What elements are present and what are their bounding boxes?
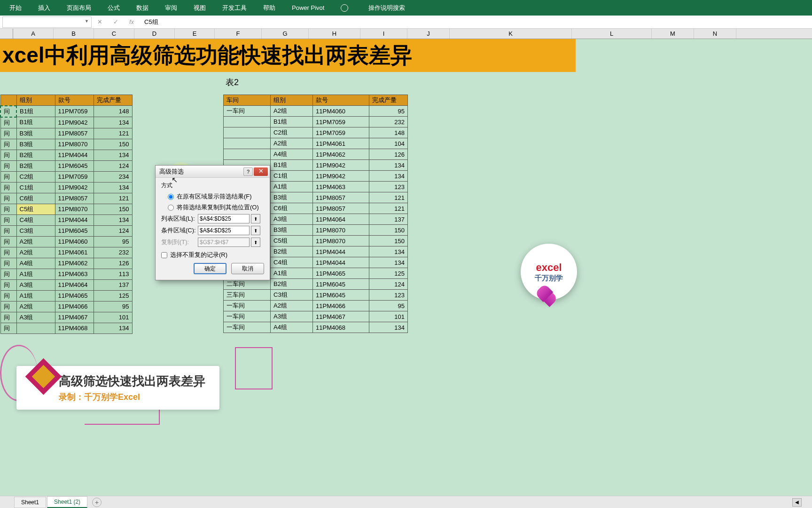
col-header-L[interactable]: L [572,29,652,39]
tab-layout[interactable]: 页面布局 [67,4,91,12]
table-row[interactable]: 间A3组11PM4067101 [0,312,132,323]
table-row[interactable]: 三车间C3组11PM6045123 [224,290,408,301]
radio-copy-other[interactable]: 将筛选结果复制到其他位置(O) [168,203,264,212]
table2-label: 表2 [226,77,239,88]
col-header-D[interactable]: D [134,29,175,39]
hex-logo-icon [28,357,61,394]
col-header-G[interactable]: G [262,29,309,39]
watermark-badge: excel 千万别学 [521,244,577,300]
table-row[interactable]: 间A2组11PM4061232 [0,247,132,258]
col-header-A[interactable]: A [13,29,54,39]
table-row[interactable]: 间B1组11PM9042134 [0,117,132,128]
table-row[interactable]: 间C5组11PM8070150 [0,204,132,214]
table-row[interactable]: 间A3组11PM4064137 [0,279,132,290]
copy-to-input [198,238,250,247]
table-row[interactable]: 间C4组11PM4044134 [0,214,132,225]
add-sheet-button[interactable]: + [92,498,102,507]
col-header-I[interactable]: I [360,29,407,39]
table-row[interactable]: 间A2组11PM406095 [0,236,132,247]
table-row[interactable]: 一车间A2组11PM406095 [224,106,408,117]
table-row[interactable]: 间B3组11PM8057121 [0,128,132,139]
video-overlay-card: 高级筛选快速找出两表差异 录制：千万别学Excel [16,366,219,410]
method-label: 方式 [161,182,264,190]
table-row[interactable]: 间A4组11PM4062126 [0,258,132,269]
table-row[interactable]: 间B2组11PM4044134 [0,150,132,160]
select-all-corner[interactable] [0,29,13,39]
table-row[interactable]: B1组11PM7059232 [224,117,408,127]
tab-home[interactable]: 开始 [9,4,22,12]
fx-icon[interactable]: fx [126,16,137,28]
title-banner: xcel中利用高级筛选功能快速找出两表差异 [0,39,576,72]
table2-header-row: 车间 组别 款号 完成产量 [224,95,408,106]
page-title: xcel中利用高级筛选功能快速找出两表差异 [2,41,412,70]
col-header-J[interactable]: J [407,29,450,39]
table-row[interactable]: 间A1组11PM4065125 [0,290,132,301]
col-header-N[interactable]: N [694,29,736,39]
table-row[interactable]: 间B3组11PM8070150 [0,139,132,150]
copy-to-picker: ⬆ [251,238,260,247]
close-button[interactable]: ✕ [254,167,268,176]
list-range-input[interactable] [198,214,250,223]
table-row[interactable]: 间B1组11PM7059148 [0,106,132,117]
col-header-E[interactable]: E [175,29,215,39]
table-row[interactable]: 间C3组11PM6045124 [0,225,132,236]
col-header-F[interactable]: F [215,29,262,39]
tab-powerpivot[interactable]: Power Pivot [292,4,324,11]
table-row[interactable]: C2组11PM7059148 [224,127,408,138]
sheet-tab-2[interactable]: Sheet1 (2) [47,496,87,508]
tab-data[interactable]: 数据 [136,4,148,12]
col-header-M[interactable]: M [652,29,694,39]
criteria-range-picker[interactable]: ⬆ [251,226,260,235]
heart-icon [539,288,558,307]
ok-button[interactable]: 确定 [194,263,226,274]
help-button[interactable]: ? [243,167,253,176]
table-row[interactable]: 间11PM4068134 [0,323,132,333]
cancel-icon[interactable]: ✕ [94,16,105,28]
scroll-right-button[interactable]: ◀ [792,498,802,507]
sheet-tabs: Sheet1 Sheet1 (2) + ◀ [0,496,812,508]
table-row[interactable]: A2组11PM4061104 [224,138,408,149]
advanced-filter-dialog: 高级筛选 ? ✕ 方式 在原有区域显示筛选结果(F) 将筛选结果复制到其他位置(… [155,165,270,280]
tab-dev[interactable]: 开发工具 [222,4,247,12]
table-row[interactable]: 一车间A3组11PM4067101 [224,311,408,322]
col-header-K[interactable]: K [450,29,572,39]
table-row[interactable]: 间C6组11PM8057121 [0,193,132,204]
table-row[interactable]: 间A2组11PM406695 [0,301,132,312]
table-row[interactable]: A4组11PM4062126 [224,149,408,160]
radio-filter-inplace[interactable]: 在原有区域显示筛选结果(F) [168,192,264,201]
table-row[interactable]: 间C1组11PM9042134 [0,182,132,193]
dialog-titlebar[interactable]: 高级筛选 ? ✕ [156,166,270,178]
tab-help[interactable]: 帮助 [263,4,275,12]
col-header-C[interactable]: C [94,29,134,39]
formula-bar: ✕ ✓ fx C5组 [0,16,812,29]
col-header-B[interactable]: B [54,29,94,39]
lightbulb-icon [341,4,348,12]
tab-insert[interactable]: 插入 [38,4,50,12]
criteria-range-label: 条件区域(C): [161,226,198,235]
enter-icon[interactable]: ✓ [110,16,121,28]
list-range-picker[interactable]: ⬆ [251,214,260,223]
table1[interactable]: 组别 款号 完成产量 间B1组11PM7059148间B1组11PM904213… [0,95,133,334]
cancel-button[interactable]: 取消 [231,263,264,274]
table1-header-row: 组别 款号 完成产量 [0,95,132,106]
tab-formulas[interactable]: 公式 [108,4,120,12]
tab-view[interactable]: 视图 [194,4,206,12]
table-row[interactable]: 一车间A2组11PM406695 [224,301,408,311]
formula-input[interactable]: C5组 [140,16,812,28]
tab-review[interactable]: 审阅 [165,4,177,12]
sheet-tab-1[interactable]: Sheet1 [14,497,46,508]
col-header-H[interactable]: H [309,29,360,39]
table-row[interactable]: 间B2组11PM6045124 [0,160,132,171]
criteria-range-input[interactable] [198,226,250,235]
name-box[interactable] [2,16,92,28]
tell-me-search[interactable]: 操作说明搜索 [341,4,422,12]
column-headers: ABCDEFGHIJKLMN [0,29,812,39]
ribbon: 开始 插入 页面布局 公式 数据 审阅 视图 开发工具 帮助 Power Piv… [0,0,812,16]
table-row[interactable]: 一车间A4组11PM4068134 [224,322,408,333]
table-row[interactable]: 间A1组11PM4063113 [0,269,132,279]
table-row[interactable]: 间C2组11PM7059234 [0,171,132,182]
unique-records-check[interactable]: 选择不重复的记录(R) [161,251,264,259]
list-range-label: 列表区域(L): [161,214,198,223]
copy-to-label: 复制到(T): [161,238,198,246]
decoration-hex [235,347,273,389]
